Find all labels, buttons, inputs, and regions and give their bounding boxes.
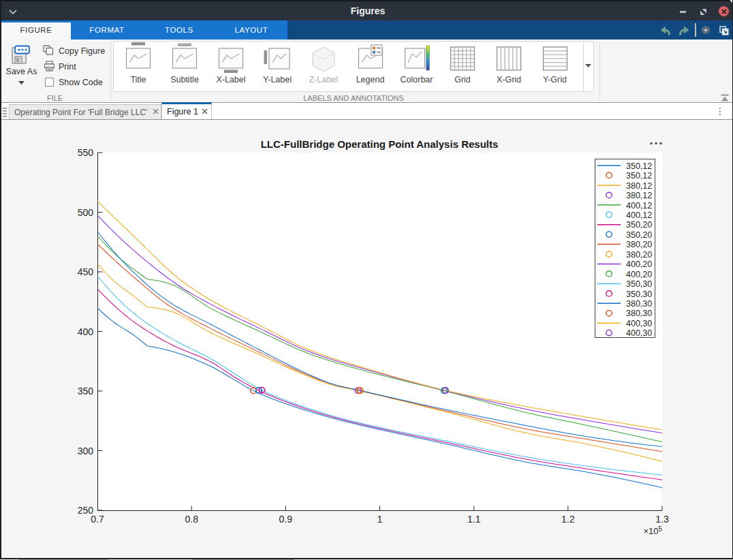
svg-text:400,12: 400,12 — [626, 211, 652, 220]
svg-text:1.2: 1.2 — [561, 514, 575, 525]
svg-text:500: 500 — [78, 207, 94, 218]
svg-text:350,12: 350,12 — [626, 171, 652, 181]
svg-text:400,12: 400,12 — [626, 201, 652, 211]
svg-text:400,30: 400,30 — [626, 319, 652, 328]
svg-text:350,20: 350,20 — [626, 220, 652, 230]
svg-text:350: 350 — [78, 386, 94, 396]
svg-text:350,12: 350,12 — [626, 161, 652, 171]
svg-text:400,20: 400,20 — [626, 270, 652, 279]
svg-text:350,30: 350,30 — [626, 279, 652, 289]
svg-text:0.9: 0.9 — [279, 514, 293, 525]
svg-text:450: 450 — [78, 266, 94, 277]
svg-text:400,30: 400,30 — [626, 328, 652, 338]
svg-text:380,20: 380,20 — [626, 240, 652, 249]
svg-text:300: 300 — [78, 446, 94, 456]
svg-text:380,12: 380,12 — [626, 191, 652, 200]
svg-text:0.7: 0.7 — [91, 514, 104, 525]
svg-text:380,30: 380,30 — [626, 309, 652, 318]
svg-text:550: 550 — [78, 147, 94, 158]
svg-text:380,20: 380,20 — [626, 250, 652, 260]
svg-text:400,20: 400,20 — [626, 260, 652, 269]
svg-text:1: 1 — [377, 514, 383, 525]
svg-text:380,12: 380,12 — [626, 181, 652, 191]
svg-text:1.1: 1.1 — [467, 514, 481, 525]
svg-text:350,30: 350,30 — [626, 290, 652, 299]
svg-text:400: 400 — [78, 326, 94, 337]
svg-text:0.8: 0.8 — [185, 514, 198, 525]
svg-text:1.3: 1.3 — [655, 514, 669, 525]
svg-text:LLC-FullBridge Operating Point: LLC-FullBridge Operating Point Analysis … — [261, 138, 499, 150]
svg-text:350,20: 350,20 — [626, 230, 652, 240]
svg-text:×105: ×105 — [643, 525, 662, 536]
svg-text:380,30: 380,30 — [626, 299, 652, 309]
